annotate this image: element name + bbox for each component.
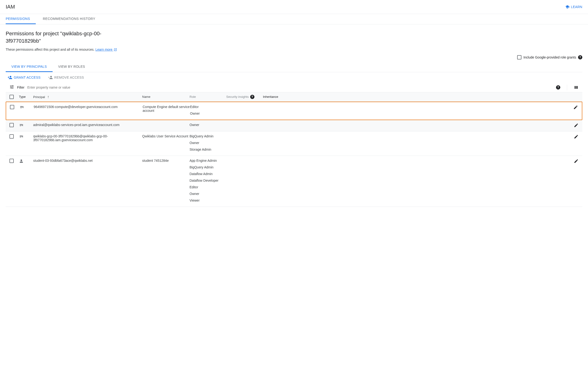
column-header-role[interactable]: Role [190,95,226,98]
column-header-inheritance[interactable]: Inheritance [263,95,291,98]
edit-principal-button[interactable] [574,134,578,140]
column-display-icon[interactable] [574,85,578,90]
learn-button[interactable]: LEARN [565,5,582,9]
column-header-type[interactable]: Type [19,95,33,98]
roles-list: App Engine AdminBigQuery AdminDataflow A… [190,159,226,204]
role-value: Editor [190,184,226,190]
learn-more-link[interactable]: Learn more [95,47,117,51]
row-checkbox[interactable] [10,159,14,163]
remove-access-button: REMOVE ACCESS [48,75,84,80]
roles-list: Owner [190,123,226,128]
filter-bar: Filter ? [6,83,582,92]
divider [567,85,567,90]
select-all-checkbox[interactable] [10,95,14,99]
column-header-name[interactable]: Name [142,95,190,98]
edit-principal-button[interactable] [574,159,578,164]
principal-value: admiral@qwiklabs-services-prod.iam.gserv… [33,123,142,127]
role-value: BigQuery Admin [190,134,226,140]
name-value: Qwiklabs User Service Account [142,134,190,138]
tab-recommendations[interactable]: RECOMMENDATIONS HISTORY [43,14,101,24]
table-row: 96496971506-compute@developer.gserviceac… [6,102,582,120]
service-account-icon [19,134,24,140]
edit-principal-button[interactable] [574,123,578,128]
row-checkbox[interactable] [10,134,14,139]
role-value: Dataflow Admin [190,171,226,177]
role-value: Owner [190,140,226,146]
tab-permissions[interactable]: PERMISSIONS [6,14,36,24]
page-title: Permissions for project "qwiklabs-gcp-00… [6,30,110,45]
principal-value: qwiklabs-gcp-00-3f97701829bb@qwiklabs-gc… [33,134,142,142]
filter-icon [10,85,14,90]
view-tabs: VIEW BY PRINCIPALS VIEW BY ROLES [6,62,582,72]
name-value: student 7451284e [142,159,190,162]
table-header: Type Principal ↑ Name Role Security insi… [6,92,582,102]
include-google-grants-label: Include Google-provided role grants [523,55,576,59]
page-header: IAM LEARN [0,0,588,14]
remove-access-icon [48,75,53,80]
top-tabs: PERMISSIONS RECOMMENDATIONS HISTORY [0,14,588,24]
row-checkbox[interactable] [10,105,14,109]
roles-list: EditorOwner [190,105,227,117]
principals-table: Type Principal ↑ Name Role Security insi… [6,92,582,207]
role-value: Owner [190,110,227,117]
tab-view-by-principals[interactable]: VIEW BY PRINCIPALS [6,62,53,72]
table-row: student-03-93dbfa673ace@qwiklabs.netstud… [6,156,582,207]
role-value: Editor [190,105,227,110]
tab-view-by-roles[interactable]: VIEW BY ROLES [53,62,91,72]
edit-principal-button[interactable] [573,105,578,111]
role-value: BigQuery Admin [190,164,226,171]
grant-access-button[interactable]: GRANT ACCESS [8,75,41,80]
filter-label: Filter [17,85,24,89]
column-header-principal[interactable]: Principal ↑ [33,95,142,99]
header-title: IAM [6,4,15,10]
action-bar: GRANT ACCESS REMOVE ACCESS [6,72,582,83]
learn-icon [565,5,570,9]
filter-input[interactable] [27,85,553,89]
role-value: Owner [190,190,226,197]
table-row: admiral@qwiklabs-services-prod.iam.gserv… [6,120,582,131]
learn-label: LEARN [571,5,582,9]
user-icon [19,159,24,164]
role-value: App Engine Admin [190,159,226,164]
insights-help-icon[interactable]: ? [250,95,254,99]
column-header-insights[interactable]: Security insights ? [226,95,263,99]
role-value: Viewer [190,197,226,204]
role-value: Owner [190,123,226,128]
role-value: Dataflow Developer [190,177,226,184]
page-description: These permissions affect this project an… [6,47,582,51]
sort-ascending-icon: ↑ [47,95,49,99]
roles-list: BigQuery AdminOwnerStorage Admin [190,134,226,153]
external-link-icon [114,48,117,51]
include-google-grants-row: Include Google-provided role grants ? [6,55,582,60]
include-google-grants-checkbox[interactable] [517,55,522,60]
principal-value: student-03-93dbfa673ace@qwiklabs.net [33,159,142,162]
service-account-icon [19,123,24,128]
row-checkbox[interactable] [10,123,14,127]
grant-access-icon [8,75,12,80]
help-icon[interactable]: ? [578,55,582,60]
name-value: Compute Engine default service account [143,105,190,112]
service-account-icon [19,105,24,111]
principal-value: 96496971506-compute@developer.gserviceac… [34,105,143,109]
filter-help-icon[interactable]: ? [556,85,560,90]
table-row: qwiklabs-gcp-00-3f97701829bb@qwiklabs-gc… [6,131,582,156]
role-value: Storage Admin [190,146,226,153]
